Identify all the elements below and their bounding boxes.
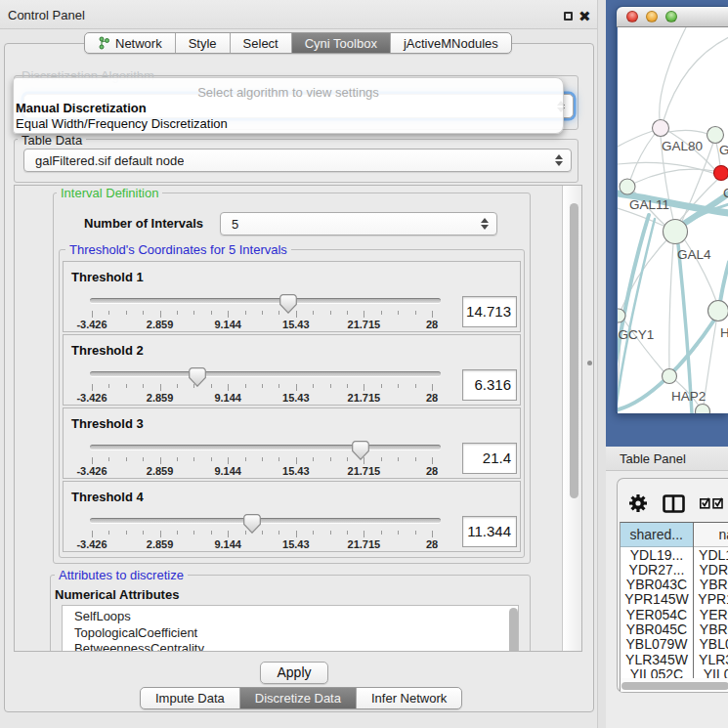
- attribute-list-item[interactable]: TopologicalCoefficient: [63, 625, 518, 642]
- table-data-label: Table Data: [18, 133, 86, 148]
- network-node[interactable]: [708, 301, 728, 321]
- tab-label: Style: [189, 36, 217, 51]
- attribute-list-item[interactable]: SelfLoops: [63, 609, 518, 625]
- network-node[interactable]: [696, 405, 710, 414]
- split-columns-icon[interactable]: [663, 494, 685, 513]
- cell-shared-name[interactable]: YLR345W: [621, 653, 693, 667]
- threshold-value-field[interactable]: 6.316: [462, 369, 517, 401]
- cell-shared-name[interactable]: YDL19...: [621, 548, 693, 563]
- cell-name[interactable]: YPR145W: [689, 592, 728, 607]
- cell-name[interactable]: YER054C: [689, 608, 728, 622]
- cell-shared-name[interactable]: YDR27...: [621, 563, 693, 578]
- slider-minor-tick: [193, 457, 194, 461]
- table-row[interactable]: YBL079WYBL079W: [621, 637, 728, 652]
- column-divider[interactable]: [693, 523, 695, 678]
- tab-style[interactable]: Style: [176, 33, 231, 53]
- tab-cyni-toolbox[interactable]: Cyni Toolbox: [292, 33, 391, 53]
- table-row[interactable]: YIL052CYIL052C: [621, 667, 728, 678]
- select-checkboxes-icon[interactable]: [700, 497, 724, 509]
- table-row[interactable]: YLR345WYLR345W: [621, 653, 728, 667]
- network-canvas[interactable]: GAL80GACGAL11GAL4GCY1HHAP2: [618, 27, 728, 413]
- threshold-value-field[interactable]: 14.713: [462, 296, 517, 327]
- float-window-icon[interactable]: [564, 12, 573, 21]
- tab-impute-data[interactable]: Impute Data: [141, 688, 240, 708]
- cell-name[interactable]: YDL194W: [689, 548, 728, 563]
- column-header-name[interactable]: name: [694, 523, 728, 547]
- table-row[interactable]: YER054CYER054C: [621, 608, 728, 622]
- settings-scrollbar-thumb[interactable]: [570, 203, 578, 498]
- cell-shared-name[interactable]: YPR145W: [621, 592, 693, 607]
- table-hscrollbar-thumb[interactable]: [621, 682, 728, 690]
- cell-shared-name[interactable]: YBR045C: [621, 622, 693, 637]
- control-panel-titlebar: [0, 0, 598, 29]
- slider-thumb[interactable]: [279, 294, 297, 314]
- slider-minor-tick: [415, 531, 416, 535]
- network-node[interactable]: [663, 369, 677, 384]
- slider-thumb[interactable]: [189, 367, 206, 387]
- slider-major-tick: [432, 311, 433, 318]
- settings-vertical-scrollbar[interactable]: [562, 186, 581, 651]
- network-node[interactable]: [653, 120, 669, 137]
- dropdown-option[interactable]: Equal Width/Frequency Discretization: [14, 116, 563, 131]
- slider-minor-tick: [330, 311, 331, 315]
- cell-shared-name[interactable]: YBR043C: [621, 578, 693, 592]
- table-row[interactable]: YPR145WYPR145W: [621, 592, 728, 607]
- network-node[interactable]: [620, 179, 635, 194]
- slider-minor-tick: [415, 311, 416, 315]
- window-close-icon[interactable]: [626, 11, 638, 22]
- cell-name[interactable]: YBR043C: [689, 578, 728, 592]
- cell-shared-name[interactable]: YIL052C: [621, 667, 693, 678]
- dropdown-option[interactable]: Manual Discretization: [14, 101, 563, 115]
- network-node[interactable]: [707, 127, 724, 144]
- table-horizontal-scrollbar[interactable]: [621, 678, 728, 693]
- split-divider-handle[interactable]: [587, 361, 592, 365]
- slider-track[interactable]: [90, 298, 441, 303]
- tab-jactivemnodules[interactable]: jActiveMNodules: [391, 33, 511, 53]
- slider-thumb[interactable]: [352, 441, 369, 460]
- threshold-label: Threshold 3: [71, 416, 144, 431]
- tab-select[interactable]: Select: [231, 33, 292, 53]
- algorithm-dropdown-popup: Select algorithm to view settings Manual…: [13, 77, 564, 134]
- slider-track[interactable]: [90, 445, 441, 450]
- network-node[interactable]: [714, 166, 728, 181]
- tab-network[interactable]: Network: [85, 33, 176, 53]
- numerical-attributes-list[interactable]: SelfLoopsTopologicalCoefficientBetweenne…: [62, 605, 519, 652]
- table-row[interactable]: YBR045CYBR045C: [621, 622, 728, 637]
- slider-tick-label: -3.426: [61, 319, 123, 330]
- close-panel-icon[interactable]: ✖: [578, 9, 592, 24]
- table-row[interactable]: YBR043CYBR043C: [621, 578, 728, 592]
- tab-label: jActiveMNodules: [404, 36, 498, 51]
- cell-name[interactable]: YBL079W: [689, 637, 728, 652]
- attribute-list-item[interactable]: BetweennessCentrality: [63, 641, 518, 652]
- threshold-value-field[interactable]: 21.4: [462, 443, 517, 474]
- slider-minor-tick: [330, 384, 331, 388]
- cell-name[interactable]: YDR277C: [689, 563, 728, 578]
- apply-button[interactable]: Apply: [260, 662, 328, 684]
- column-header-shared-name[interactable]: shared...: [621, 523, 693, 547]
- slider-track[interactable]: [90, 518, 441, 523]
- slider-track[interactable]: [90, 371, 441, 376]
- settings-gear-icon[interactable]: [628, 493, 648, 513]
- table-row[interactable]: YDL19...YDL194W: [621, 548, 728, 563]
- threshold-slider-panel: Threshold 2-3.4262.8599.14415.4321.71528…: [63, 334, 521, 406]
- table-row[interactable]: YDR27...YDR277C: [621, 563, 728, 578]
- slider-major-tick: [92, 311, 93, 318]
- slider-thumb[interactable]: [243, 514, 261, 534]
- cell-name[interactable]: YBR045C: [689, 622, 728, 637]
- cell-name[interactable]: YLR345W: [689, 653, 728, 667]
- table-data-combobox[interactable]: galFiltered.sif default node: [23, 149, 572, 172]
- cell-shared-name[interactable]: YER054C: [621, 608, 693, 622]
- window-minimize-icon[interactable]: [646, 11, 658, 22]
- tab-discretize-data[interactable]: Discretize Data: [240, 688, 357, 708]
- attributes-list-scrollbar[interactable]: [509, 608, 518, 652]
- number-of-intervals-combobox[interactable]: 5: [220, 212, 497, 236]
- network-node[interactable]: [664, 220, 688, 244]
- cell-shared-name[interactable]: YBL079W: [621, 637, 693, 652]
- split-pane-divider[interactable]: [597, 0, 606, 728]
- slider-minor-tick: [193, 311, 194, 315]
- slider-tick-label: 9.144: [196, 538, 259, 550]
- window-zoom-icon[interactable]: [665, 11, 677, 22]
- cell-name[interactable]: YIL052C: [689, 667, 728, 678]
- tab-infer-network[interactable]: Infer Network: [357, 688, 461, 708]
- threshold-value-field[interactable]: 11.344: [462, 516, 517, 547]
